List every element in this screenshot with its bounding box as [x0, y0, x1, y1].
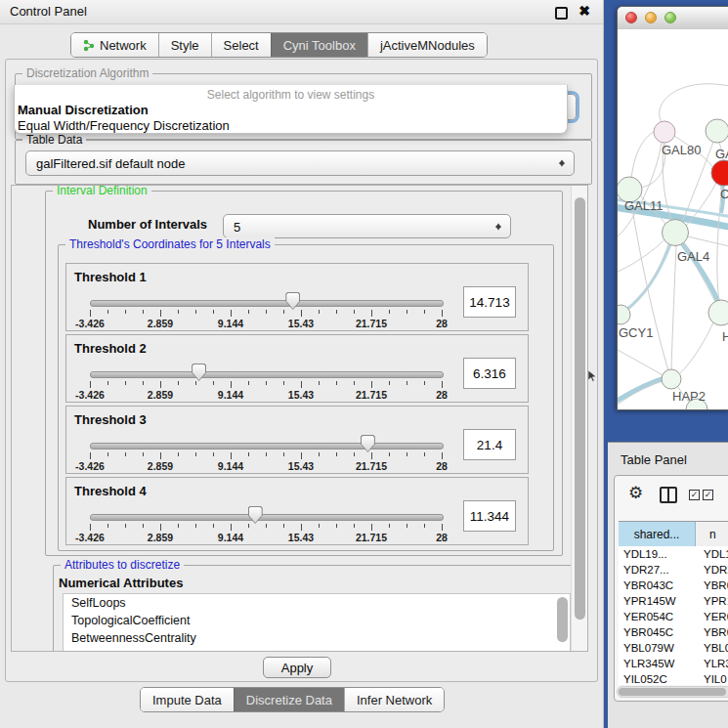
- table-horizontal-scrollbar-thumb[interactable]: [619, 688, 726, 696]
- table-row[interactable]: YDR27...YDR2: [619, 562, 728, 578]
- table-horizontal-scrollbar[interactable]: [617, 686, 728, 698]
- network-edge: [660, 84, 728, 122]
- network-node-label: HAP2: [672, 389, 706, 404]
- threshold-group-title: Threshold's Coordinates for 5 Intervals: [65, 237, 275, 251]
- table-data-combobox[interactable]: galFiltered.sif default node: [25, 150, 575, 176]
- tab-impute-data[interactable]: Impute Data: [141, 688, 234, 711]
- slider-tick: [266, 524, 267, 528]
- table-data-group: Table Data galFiltered.sif default node: [15, 140, 592, 185]
- table-rows: YDL19...YDL1YDR27...YDR2YBR043CYBR0YPR14…: [619, 546, 728, 685]
- network-window-titlebar[interactable]: [618, 7, 728, 30]
- threshold-value-field[interactable]: 21.4: [463, 429, 516, 460]
- shared-name-cell: YBL079W: [619, 642, 695, 654]
- table-header-row: shared... n: [619, 521, 728, 548]
- table-row[interactable]: YDL19...YDL1: [619, 546, 728, 562]
- tab-jactivemnodules[interactable]: jActiveMNodules: [367, 33, 487, 57]
- mouse-cursor: [588, 370, 598, 383]
- tab-select-label: Select: [224, 38, 259, 53]
- float-icon[interactable]: [555, 7, 568, 20]
- slider-thumb[interactable]: [285, 292, 300, 310]
- tab-infer-network[interactable]: Infer Network: [344, 688, 444, 711]
- name-cell: YBR0: [695, 626, 728, 638]
- tab-infer-network-label: Infer Network: [357, 693, 432, 707]
- threshold-value-field[interactable]: 14.713: [463, 286, 516, 318]
- tab-discretize-data[interactable]: Discretize Data: [234, 688, 344, 711]
- attribute-list-item[interactable]: SelfLoops: [64, 594, 570, 612]
- panel-scrollbar[interactable]: [571, 186, 588, 651]
- slider-tick: [231, 381, 232, 388]
- slider-track[interactable]: [90, 371, 444, 378]
- network-icon: [83, 39, 95, 52]
- checkbox-icon[interactable]: ✓: [703, 490, 713, 500]
- tab-network[interactable]: Network: [71, 33, 158, 57]
- zoom-traffic-light-icon[interactable]: [664, 12, 676, 23]
- slider-tick: [283, 381, 284, 385]
- table-row[interactable]: YBR045CYBR0: [619, 624, 728, 640]
- slider-tick: [424, 310, 425, 314]
- tab-jactivemnodules-label: jActiveMNodules: [380, 38, 475, 53]
- tab-select[interactable]: Select: [211, 33, 271, 57]
- attribute-list-item[interactable]: TopologicalCoefficient: [64, 612, 570, 629]
- slider-tick: [283, 524, 284, 528]
- threshold-value-field[interactable]: 11.344: [463, 500, 516, 532]
- slider-tick-label: 28: [436, 460, 448, 472]
- network-edge: [688, 236, 728, 246]
- popup-item-manual-discretization[interactable]: Manual Discretization: [15, 102, 567, 117]
- interval-group-title: Interval Definition: [53, 185, 151, 197]
- slider-track[interactable]: [90, 300, 444, 307]
- tab-cyni-toolbox[interactable]: Cyni Toolbox: [271, 33, 367, 57]
- table-row[interactable]: YBL079WYBL0: [619, 640, 728, 656]
- checkbox-icon[interactable]: ✓: [689, 490, 700, 500]
- table-row[interactable]: YLR345WYLR3: [619, 656, 728, 671]
- gear-icon[interactable]: ⚙: [628, 483, 643, 503]
- slider-tick: [143, 381, 144, 385]
- column-header-shared-name[interactable]: shared...: [619, 522, 696, 547]
- slider-tick: [389, 310, 390, 314]
- slider-tick: [231, 524, 232, 531]
- slider-tick-label: 28: [436, 318, 448, 329]
- attributes-list-scrollbar[interactable]: [557, 597, 568, 642]
- panel-scrollbar-thumb[interactable]: [575, 197, 585, 620]
- slider-tick: [160, 381, 161, 388]
- network-canvas[interactable]: GAL80GACGAL11GAL4GCY1HHAP2: [618, 29, 728, 409]
- network-node-label: GAL11: [624, 198, 664, 213]
- slider-tick: [336, 452, 337, 456]
- popup-item-equal-width-frequency[interactable]: Equal Width/Frequency Discretization: [15, 117, 567, 133]
- slider-track[interactable]: [90, 514, 444, 521]
- split-columns-icon[interactable]: [660, 487, 677, 503]
- threshold-panel: Threshold 4-3.4262.8599.14415.4321.71528…: [65, 477, 529, 545]
- column-header-name[interactable]: n: [696, 522, 728, 547]
- attribute-list-item[interactable]: BetweennessCentrality: [64, 629, 570, 647]
- table-row[interactable]: YER054CYER0: [619, 609, 728, 624]
- table-row[interactable]: YBR043CYBR0: [619, 578, 728, 593]
- threshold-value-field[interactable]: 6.316: [463, 358, 516, 389]
- slider-tick: [248, 524, 249, 528]
- slider-thumb[interactable]: [361, 435, 375, 452]
- slider-tick-label: 15.43: [288, 389, 314, 401]
- slider-thumb[interactable]: [192, 364, 206, 381]
- table-row[interactable]: YPR145WYPR1: [619, 593, 728, 609]
- number-of-intervals-combobox[interactable]: 5: [223, 214, 511, 238]
- close-traffic-light-icon[interactable]: [625, 12, 637, 23]
- panel-title: Control Panel: [10, 4, 87, 19]
- numerical-attributes-list[interactable]: SelfLoopsTopologicalCoefficientBetweenne…: [63, 593, 571, 652]
- popup-hint-item[interactable]: Select algorithm to view settings: [15, 85, 567, 102]
- slider-track[interactable]: [90, 443, 444, 450]
- slider-tick: [213, 452, 214, 456]
- slider-tick: [424, 524, 425, 528]
- table-container: ⚙ ✓ ✓ shared... n YDL19...YDL1YDR27...YD…: [614, 475, 728, 702]
- slider-thumb[interactable]: [248, 506, 263, 524]
- table-row[interactable]: YIL052CYIL0: [619, 671, 728, 685]
- minimize-traffic-light-icon[interactable]: [645, 12, 657, 23]
- slider-tick: [213, 524, 214, 528]
- network-node-label: H: [722, 329, 728, 344]
- tab-style[interactable]: Style: [158, 33, 211, 57]
- slider-tick: [213, 310, 214, 314]
- slider-tick: [336, 524, 337, 528]
- slider-tick: [195, 310, 196, 314]
- slider-tick: [90, 524, 91, 531]
- apply-button[interactable]: Apply: [263, 657, 331, 678]
- close-icon[interactable]: ✖: [578, 3, 590, 19]
- tab-style-label: Style: [171, 38, 199, 53]
- table-panel-title: Table Panel: [621, 452, 687, 467]
